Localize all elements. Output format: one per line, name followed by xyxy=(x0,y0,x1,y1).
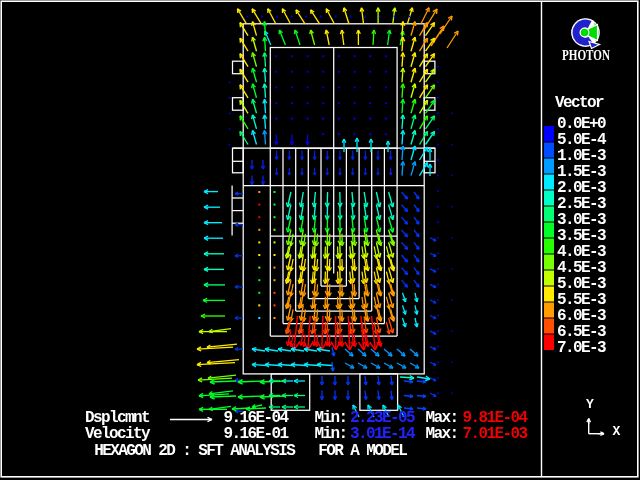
svg-text:Y: Y xyxy=(586,397,594,412)
svg-text:3.01E-14: 3.01E-14 xyxy=(350,425,416,443)
svg-text:Max:: Max: xyxy=(426,425,458,443)
svg-text:7.0E-3: 7.0E-3 xyxy=(557,339,606,357)
svg-text:PHOTON: PHOTON xyxy=(562,47,610,63)
svg-text:7.01E-03: 7.01E-03 xyxy=(463,425,528,443)
svg-text:Min:: Min: xyxy=(315,425,347,443)
svg-text:HEXAGON 2D : SFT ANALYSIS FO: HEXAGON 2D : SFT ANALYSIS FOR A MODEL xyxy=(94,442,407,460)
svg-text:Velocity: Velocity xyxy=(85,425,151,443)
svg-text:Vector: Vector xyxy=(555,94,604,112)
svg-text:9.16E-01: 9.16E-01 xyxy=(224,425,289,443)
svg-text:X: X xyxy=(613,424,621,439)
